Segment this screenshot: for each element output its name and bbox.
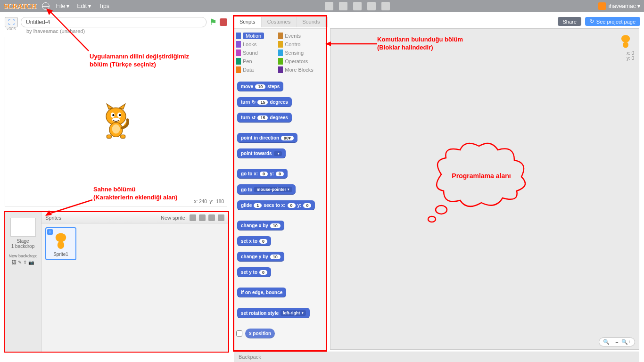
category-sensing[interactable]: Sensing	[278, 49, 320, 57]
fullscreen-button[interactable]: ⛶	[5, 17, 18, 27]
stop-icon[interactable]	[220, 18, 227, 26]
menu-file[interactable]: File ▾	[56, 3, 70, 9]
share-button[interactable]: Share	[558, 17, 581, 26]
svg-point-22	[436, 206, 447, 214]
cut-icon[interactable]	[339, 2, 347, 10]
svg-point-14	[621, 35, 630, 42]
category-more-blocks[interactable]: More Blocks	[278, 66, 320, 74]
sprite-paint-icon[interactable]	[199, 214, 206, 221]
block-set-rotation-style[interactable]: set rotation styleleft-right	[237, 308, 310, 318]
top-menu-bar: SCRATCH File ▾ Edit ▾ Tips ihaveamac ▾	[0, 0, 644, 12]
block-turn-ccw[interactable]: turn↺15degrees	[237, 113, 292, 123]
backdrop-count-label: 1 backdrop	[5, 244, 41, 249]
globe-icon[interactable]	[42, 2, 50, 10]
stage-thumbnail[interactable]	[10, 218, 36, 237]
annotation-text-blocks: Komutların bulunduğu bölüm(Bloklar halin…	[377, 36, 463, 52]
user-menu[interactable]: ihaveamac ▾	[598, 2, 640, 10]
stamp-icon[interactable]	[325, 2, 333, 10]
sprite-info-corner: x: 0 y: 0	[617, 33, 634, 61]
username-label: ihaveamac ▾	[609, 3, 640, 9]
sprite-info-icon[interactable]: i	[47, 229, 53, 235]
category-pen[interactable]: Pen	[236, 57, 278, 66]
svg-marker-1	[107, 104, 113, 109]
category-operators[interactable]: Operators	[278, 57, 320, 66]
shrink-icon[interactable]	[367, 2, 376, 10]
block-set-x[interactable]: set x to0	[237, 236, 271, 246]
svg-point-4	[112, 114, 114, 116]
svg-point-9	[112, 124, 120, 134]
block-point-direction[interactable]: point in direction90▾	[237, 133, 297, 143]
svg-marker-2	[119, 104, 125, 109]
stage-label: Stage	[5, 239, 41, 244]
block-change-x[interactable]: change x by10	[237, 221, 284, 230]
grow-icon[interactable]	[353, 2, 362, 10]
sprite-y-label: y: 0	[617, 56, 634, 61]
zoom-in-icon[interactable]: 🔍+	[621, 339, 631, 345]
block-goto-xy[interactable]: go to x:0y:0	[237, 169, 288, 179]
zoom-controls: 🔍− = 🔍+	[599, 337, 635, 346]
svg-point-15	[623, 42, 628, 48]
sprite1-label: Sprite1	[46, 252, 75, 257]
svg-rect-11	[121, 135, 125, 138]
block-categories: MotionEventsLooksControlSoundSensingPenO…	[236, 32, 324, 74]
block-if-edge-bounce[interactable]: if on edge, bounce	[237, 288, 286, 297]
project-title-input[interactable]: Untitled-4	[21, 17, 206, 27]
sprite-library-icon[interactable]	[190, 214, 196, 221]
backdrop-paint-icon[interactable]: ✎	[18, 260, 22, 265]
sprite-upload-icon[interactable]	[208, 214, 215, 221]
scratch-cat-sprite[interactable]	[99, 103, 132, 140]
category-data[interactable]: Data	[236, 66, 278, 74]
tab-sounds[interactable]: Sounds	[297, 17, 326, 27]
tab-scripts[interactable]: Scripts	[234, 17, 262, 27]
backdrop-camera-icon[interactable]: 📷	[28, 260, 34, 265]
block-turn-cw[interactable]: turn↻15degrees	[237, 97, 292, 107]
tab-costumes[interactable]: Costumes	[262, 17, 297, 27]
sprites-label: Sprites	[45, 215, 61, 221]
refresh-icon: ↻	[590, 18, 594, 25]
category-events[interactable]: Events	[278, 32, 320, 40]
backdrop-library-icon[interactable]: 🖼	[12, 260, 17, 265]
sprite-thumbnail-sprite1[interactable]: i Sprite1	[45, 227, 76, 260]
zoom-reset-icon[interactable]: =	[615, 339, 618, 345]
annotation-cloud-text: Programlama alanı	[452, 172, 511, 180]
block-x-position[interactable]: x position	[245, 329, 275, 338]
block-point-towards[interactable]: point towards	[237, 148, 286, 158]
category-motion[interactable]: Motion	[236, 32, 278, 40]
editor-tabs: Scripts Costumes Sounds	[234, 17, 328, 27]
sprite-x-label: x: 0	[617, 50, 634, 56]
avatar-icon	[598, 2, 606, 10]
svg-point-23	[428, 216, 436, 222]
sprite-camera-icon[interactable]	[218, 214, 224, 221]
block-glide[interactable]: glide1secs to x:0y:0	[237, 200, 315, 210]
zoom-out-icon[interactable]: 🔍−	[603, 339, 612, 345]
see-page-label: See project page	[596, 19, 636, 25]
block-change-y[interactable]: change y by10	[237, 252, 284, 262]
backdrop-upload-icon[interactable]: ⇧	[23, 260, 27, 265]
menu-tips[interactable]: Tips	[99, 3, 109, 9]
new-backdrop-label: New backdrop:	[5, 254, 41, 258]
block-set-y[interactable]: set y to0	[237, 267, 271, 277]
help-icon[interactable]	[381, 2, 390, 10]
block-palette: MotionEventsLooksControlSoundSensingPenO…	[234, 28, 326, 352]
category-looks[interactable]: Looks	[236, 40, 278, 49]
backpack-panel[interactable]: Backpack	[234, 352, 639, 362]
sprite-panel: Stage 1 backdrop New backdrop: 🖼 ✎ ⇧ 📷 S…	[5, 212, 228, 352]
annotation-text-stage: Sahne bölümü(Karakterlerin eklendiği ala…	[93, 186, 177, 202]
top-right-buttons: Share ↻See project page	[558, 17, 640, 26]
stage-selector-column: Stage 1 backdrop New backdrop: 🖼 ✎ ⇧ 📷	[5, 212, 41, 352]
see-project-page-button[interactable]: ↻See project page	[585, 17, 640, 26]
category-sound[interactable]: Sound	[236, 49, 278, 57]
stage-coords: x: 240 y: -180	[194, 199, 224, 204]
green-flag-icon[interactable]: ⚑	[209, 17, 217, 27]
category-control[interactable]: Control	[278, 40, 320, 49]
block-goto[interactable]: go tomouse-pointer	[237, 184, 296, 195]
sprites-column: Sprites New sprite: i Sprite1	[41, 212, 228, 352]
svg-point-6	[119, 114, 121, 116]
svg-point-13	[58, 241, 64, 249]
block-move-steps[interactable]: move10steps	[237, 82, 283, 91]
annotation-cloud-programming-area: Programlama alanı	[413, 137, 536, 231]
menu-edit[interactable]: Edit ▾	[77, 3, 91, 9]
svg-point-12	[56, 233, 66, 242]
svg-rect-10	[107, 135, 111, 138]
checkbox-x-position[interactable]	[236, 330, 242, 337]
